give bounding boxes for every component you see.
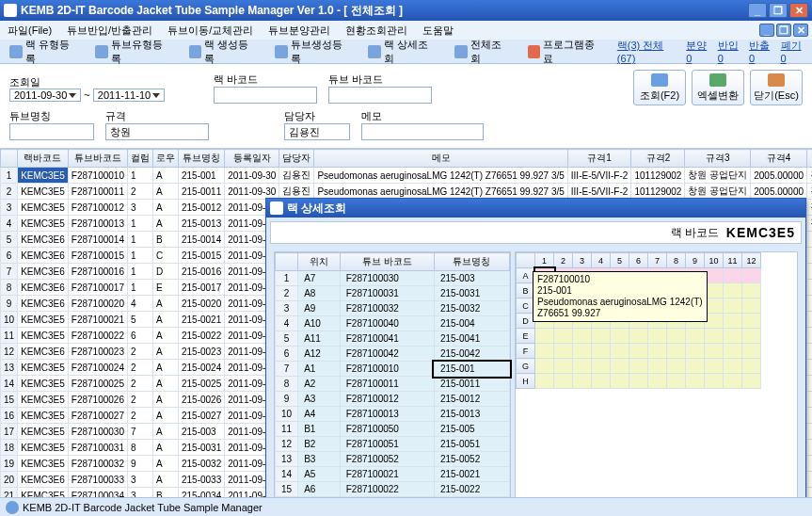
main-col-header[interactable]: 컬럼 bbox=[127, 150, 152, 168]
sub-col-header[interactable]: 튜브명칭 bbox=[434, 253, 509, 271]
plate-cell[interactable] bbox=[742, 283, 761, 298]
main-col-header[interactable]: 로우 bbox=[152, 150, 178, 168]
tube-barcode-input[interactable] bbox=[328, 87, 432, 104]
sub-col-header[interactable]: 튜브 바코드 bbox=[340, 253, 434, 271]
plate-cell[interactable] bbox=[535, 374, 554, 389]
search-button[interactable]: 조회(F2) bbox=[633, 70, 686, 105]
tool-exit[interactable]: 프로그램종료 bbox=[524, 36, 608, 68]
plate-cell[interactable] bbox=[554, 374, 573, 389]
table-row[interactable]: 15A6F287100022 215-0022 bbox=[276, 482, 510, 497]
table-row[interactable]: 5A11F287100041 215-0041 bbox=[276, 331, 510, 347]
plate-cell[interactable] bbox=[573, 329, 592, 344]
rack-barcode-input[interactable] bbox=[214, 87, 317, 104]
table-row[interactable]: 9A3F287100012 215-0012 bbox=[276, 392, 510, 407]
table-row[interactable]: 6A12F287100042 215-0042 bbox=[276, 347, 510, 362]
plate-cell[interactable] bbox=[611, 374, 629, 389]
plate-cell[interactable] bbox=[724, 268, 742, 283]
date-to-input[interactable]: 2011-11-10 bbox=[93, 89, 165, 102]
memo-input[interactable] bbox=[361, 123, 484, 140]
plate-cell[interactable] bbox=[629, 374, 648, 389]
plate-cell[interactable] bbox=[724, 374, 742, 389]
plate-cell[interactable] bbox=[705, 344, 724, 359]
plate-cell[interactable] bbox=[554, 329, 573, 344]
link-dispose[interactable]: 폐기0 bbox=[781, 39, 806, 64]
plate-cell[interactable] bbox=[667, 359, 686, 374]
plate-cell[interactable] bbox=[611, 329, 629, 344]
main-col-header[interactable] bbox=[1, 150, 18, 168]
plate-cell[interactable] bbox=[667, 344, 686, 359]
plate-cell[interactable] bbox=[724, 314, 742, 329]
plate-cell[interactable] bbox=[535, 344, 554, 359]
table-row[interactable]: 2 KEMC3E5F2871000112A 215-00112011-09-30… bbox=[1, 184, 813, 200]
main-col-header[interactable]: 랙바코드 bbox=[18, 150, 69, 168]
date-from-input[interactable]: 2011-09-30 bbox=[9, 89, 81, 102]
plate-cell[interactable] bbox=[742, 344, 761, 359]
plate-cell[interactable] bbox=[592, 344, 611, 359]
plate-cell[interactable] bbox=[648, 374, 667, 389]
plate-cell[interactable] bbox=[535, 359, 554, 374]
plate-cell[interactable] bbox=[648, 329, 667, 344]
plate-cell[interactable] bbox=[742, 374, 761, 389]
main-col-header[interactable]: 규격2 bbox=[631, 150, 685, 168]
plate-cell[interactable] bbox=[705, 359, 724, 374]
plate-cell[interactable] bbox=[724, 359, 742, 374]
table-row[interactable]: 8A2F287100011 215-0011 bbox=[276, 377, 510, 392]
minimize-button[interactable]: _ bbox=[748, 3, 767, 18]
plate-cell[interactable] bbox=[573, 359, 592, 374]
plate-cell[interactable] bbox=[742, 359, 761, 374]
plate-cell[interactable] bbox=[724, 329, 742, 344]
excel-button[interactable]: 엑셀변환 bbox=[692, 70, 744, 105]
main-col-header[interactable]: 튜브명칭 bbox=[178, 150, 224, 168]
table-row[interactable]: 2A8F287100031 215-0031 bbox=[276, 286, 510, 301]
plate-cell[interactable] bbox=[554, 344, 573, 359]
tool-rack-detail[interactable]: 랙 상세조회 bbox=[364, 36, 440, 68]
sub-col-header[interactable] bbox=[276, 253, 298, 271]
tool-all-search[interactable]: 전체조회 bbox=[451, 36, 515, 68]
main-col-header[interactable]: 튜브바코드 bbox=[68, 150, 127, 168]
table-row[interactable]: 12B2F287100051 215-0051 bbox=[276, 437, 510, 452]
mdi-minimize-button[interactable]: _ bbox=[759, 24, 774, 37]
plate-cell[interactable] bbox=[611, 344, 629, 359]
link-out[interactable]: 반출0 bbox=[749, 39, 774, 64]
tool-tube-create[interactable]: 튜브생성등록 bbox=[271, 36, 355, 68]
link-rack-all[interactable]: 랙(3) 전체(67) bbox=[617, 39, 680, 64]
plate-cell[interactable] bbox=[667, 329, 686, 344]
mdi-close-button[interactable]: ✕ bbox=[793, 24, 808, 37]
plate-cell[interactable] bbox=[742, 314, 761, 329]
close-button[interactable]: 닫기(Esc) bbox=[750, 70, 803, 105]
plate-cell[interactable] bbox=[686, 344, 705, 359]
maximize-button[interactable]: ❐ bbox=[769, 3, 788, 18]
plate-cell[interactable] bbox=[592, 359, 611, 374]
table-row[interactable]: 1A7F287100030 215-003 bbox=[276, 271, 510, 286]
tool-rack-create[interactable]: 랙 생성등록 bbox=[185, 36, 262, 68]
table-row[interactable]: 1 KEMC3E5F2871000101A 215-0012011-09-30김… bbox=[1, 168, 813, 184]
mdi-restore-button[interactable]: ❐ bbox=[776, 24, 791, 37]
plate-cell[interactable] bbox=[648, 359, 667, 374]
plate-cell[interactable] bbox=[686, 329, 705, 344]
plate-cell[interactable] bbox=[742, 268, 761, 283]
plate-cell[interactable] bbox=[742, 298, 761, 314]
tool-rack-type[interactable]: 랙 유형등록 bbox=[6, 36, 82, 68]
person-input[interactable] bbox=[284, 123, 350, 140]
plate-cell[interactable] bbox=[573, 374, 592, 389]
plate-cell[interactable] bbox=[611, 359, 629, 374]
subwin-tube-list[interactable]: 위치튜브 바코드튜브명칭 1A7F287100030 215-003 2A8F2… bbox=[274, 251, 511, 498]
plate-cell[interactable] bbox=[554, 359, 573, 374]
main-col-header[interactable]: 규격3 bbox=[685, 150, 751, 168]
table-row[interactable]: 3A9F287100032 215-0032 bbox=[276, 301, 510, 316]
plate-cell[interactable] bbox=[686, 359, 705, 374]
plate-cell[interactable] bbox=[724, 283, 742, 298]
plate-cell[interactable] bbox=[629, 359, 648, 374]
plate-grid[interactable]: 123456789101112ABCDEFGH F287100010215-00… bbox=[515, 251, 798, 498]
plate-cell[interactable] bbox=[592, 374, 611, 389]
table-row[interactable]: 11B1F287100050 215-005 bbox=[276, 422, 510, 437]
link-dist[interactable]: 분양0 bbox=[686, 39, 711, 64]
spec-input[interactable] bbox=[105, 123, 209, 140]
plate-cell[interactable] bbox=[629, 344, 648, 359]
plate-cell[interactable] bbox=[535, 329, 554, 344]
main-col-header[interactable]: 담당자 bbox=[279, 150, 314, 168]
tool-tube-type[interactable]: 튜브유형등록 bbox=[91, 36, 175, 68]
plate-cell[interactable] bbox=[629, 329, 648, 344]
plate-cell[interactable] bbox=[573, 344, 592, 359]
plate-cell[interactable] bbox=[648, 344, 667, 359]
